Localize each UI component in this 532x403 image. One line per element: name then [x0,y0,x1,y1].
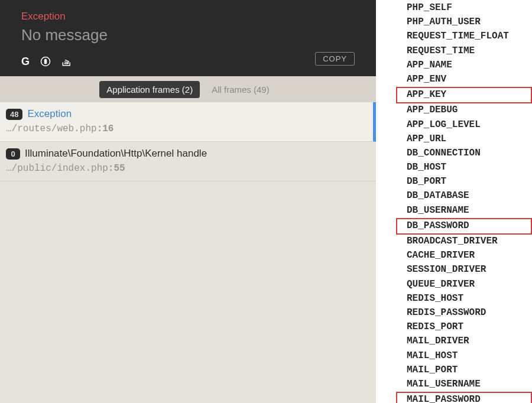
env-var-item[interactable]: DB_HOST [376,161,532,175]
env-var-item[interactable]: DB_CONNECTION [376,147,532,161]
frame-title: Illuminate\Foundation\Http\Kernel handle [25,148,207,160]
copy-button[interactable]: COPY [315,52,355,66]
frame-path: …/routes/web.php:16 [6,124,367,134]
frame-index-badge: 48 [6,109,22,120]
header-icons: G [21,56,355,67]
env-var-item[interactable]: REDIS_HOST [376,292,532,306]
env-variables-list: PHP_SELFPHP_AUTH_USERREQUEST_TIME_FLOATR… [376,0,532,403]
env-var-item[interactable]: APP_URL [376,132,532,147]
env-var-item[interactable]: MAIL_PASSWORD [396,392,532,403]
frame-tabs: Application frames (2) All frames (49) [0,76,376,102]
env-var-item[interactable]: APP_KEY [396,87,532,103]
env-var-item[interactable]: DB_PORT [376,175,532,189]
env-var-item[interactable]: REDIS_PORT [376,320,532,334]
env-var-item[interactable]: BROADCAST_DRIVER [376,235,532,249]
frame-item[interactable]: 0 Illuminate\Foundation\Http\Kernel hand… [0,142,376,181]
exception-label: Exception [21,11,355,22]
frame-title: Exception [27,108,72,120]
env-var-item[interactable]: DB_PASSWORD [396,218,532,235]
env-var-item[interactable]: DB_USERNAME [376,204,532,218]
tab-all-frames[interactable]: All frames (49) [205,81,277,98]
frame-path: …/public/index.php:55 [6,163,370,174]
left-pane: Exception No message G COPY Application … [0,0,376,403]
env-var-item[interactable]: MAIL_DRIVER [376,334,532,349]
tab-application-frames[interactable]: Application frames (2) [99,81,200,98]
env-var-item[interactable]: CACHE_DRIVER [376,249,532,263]
exception-header: Exception No message G COPY [0,0,376,76]
env-var-item[interactable]: REDIS_PASSWORD [376,306,532,320]
google-icon[interactable]: G [21,56,30,67]
env-var-item[interactable]: MAIL_PORT [376,363,532,378]
stackoverflow-icon[interactable] [61,56,72,67]
env-var-item[interactable]: PHP_SELF [376,1,532,15]
env-var-item[interactable]: MAIL_HOST [376,349,532,363]
frame-index-badge: 0 [6,148,20,160]
env-var-item[interactable]: PHP_AUTH_USER [376,15,532,30]
frame-item[interactable]: 48 Exception …/routes/web.php:16 [0,102,376,142]
env-var-item[interactable]: DB_DATABASE [376,189,532,203]
duckduckgo-icon[interactable] [40,56,51,67]
env-var-item[interactable]: APP_LOG_LEVEL [376,118,532,132]
env-var-item[interactable]: SESSION_DRIVER [376,263,532,277]
env-var-item[interactable]: QUEUE_DRIVER [376,278,532,292]
env-var-item[interactable]: APP_ENV [376,73,532,87]
env-var-item[interactable]: APP_DEBUG [376,103,532,118]
env-var-item[interactable]: REQUEST_TIME_FLOAT [376,30,532,44]
env-var-item[interactable]: REQUEST_TIME [376,44,532,58]
frames-list: 48 Exception …/routes/web.php:16 0 Illum… [0,102,376,403]
env-var-item[interactable]: MAIL_USERNAME [376,378,532,392]
env-var-item[interactable]: APP_NAME [376,58,532,73]
exception-message: No message [21,26,355,44]
